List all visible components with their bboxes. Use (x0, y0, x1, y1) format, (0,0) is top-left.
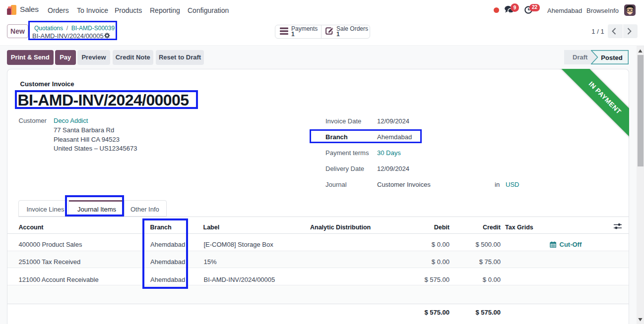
svg-text:Posted: Posted (601, 54, 622, 61)
